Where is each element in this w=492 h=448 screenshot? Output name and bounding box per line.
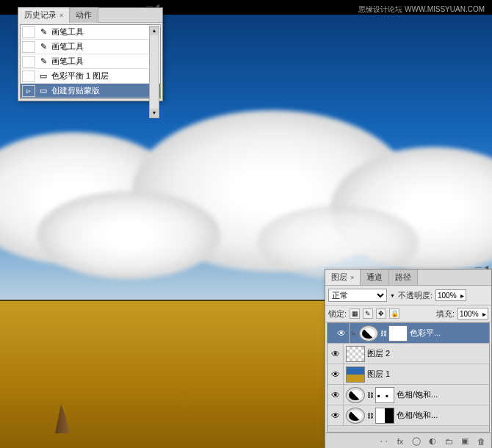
- layer-mask-thumb[interactable]: [388, 325, 408, 342]
- clip-indicator-icon: ↳: [350, 329, 357, 337]
- layer-item[interactable]: 👁 ↳ ⛓ 色彩平...: [328, 323, 489, 344]
- tab-channels-label: 通道: [366, 272, 383, 283]
- fill-value[interactable]: 100%▸: [457, 308, 488, 319]
- visibility-toggle[interactable]: 👁: [328, 344, 344, 364]
- layers-panel-header: 图层 × 通道 路径: [325, 270, 491, 286]
- layer-item[interactable]: 👁 图层 2: [328, 344, 489, 364]
- layer-name[interactable]: 色相/饱和...: [397, 410, 489, 421]
- brush-icon: ✎: [38, 57, 48, 67]
- watermark-text: 思缘设计论坛 WWW.MISSYUAN.COM: [358, 4, 485, 15]
- tab-history-label: 历史记录: [24, 10, 57, 21]
- link-icon[interactable]: ⛓: [367, 391, 374, 399]
- adjustment-layer-icon[interactable]: ◐: [427, 436, 438, 447]
- history-scrollbar[interactable]: ▴ ▾: [149, 26, 159, 118]
- lock-all-icon[interactable]: 🔒: [389, 308, 399, 319]
- history-item-label: 画笔工具: [51, 26, 84, 37]
- lock-label: 锁定:: [328, 308, 347, 319]
- new-layer-icon[interactable]: ▣: [459, 436, 471, 447]
- layer-blend-row: 正常 ▼ 不透明度: 100%▸: [325, 286, 491, 306]
- layer-name[interactable]: 图层 1: [367, 369, 489, 380]
- history-item[interactable]: ✎ 画笔工具: [21, 25, 160, 40]
- tab-paths[interactable]: 路径: [389, 270, 418, 285]
- layer-mask-thumb[interactable]: [375, 387, 394, 403]
- history-item[interactable]: ✎ 画笔工具: [21, 54, 160, 69]
- tab-layers-label: 图层: [331, 272, 347, 283]
- layers-list: 👁 ↳ ⛓ 色彩平... 👁 图层 2 👁 图层 1 👁 ⛓ 色相/饱和... …: [327, 322, 490, 433]
- chevron-right-icon[interactable]: ▸: [482, 310, 486, 318]
- link-icon[interactable]: ⛓: [380, 330, 387, 337]
- history-list: ✎ 画笔工具 ✎ 画笔工具 ✎ 画笔工具 ▭ 色彩平衡 1 图层 ▹ ▭ 创建剪…: [20, 24, 161, 99]
- tab-channels[interactable]: 通道: [361, 270, 389, 285]
- chevron-right-icon[interactable]: ▸: [460, 292, 464, 300]
- add-mask-icon[interactable]: ◯: [410, 436, 422, 447]
- link-layers-icon[interactable]: ⬝⬝: [378, 436, 390, 447]
- tab-layers[interactable]: 图层 ×: [325, 270, 361, 285]
- layer-thumb[interactable]: [346, 346, 365, 362]
- blend-mode-select[interactable]: 正常: [328, 289, 387, 302]
- chevron-down-icon: ▼: [390, 293, 395, 298]
- visibility-toggle[interactable]: 👁: [333, 323, 350, 343]
- visibility-toggle[interactable]: 👁: [328, 385, 344, 405]
- new-group-icon[interactable]: 🗀: [443, 436, 455, 447]
- history-item[interactable]: ▭ 色彩平衡 1 图层: [21, 69, 160, 84]
- opacity-value[interactable]: 100%▸: [435, 289, 466, 301]
- layer-item[interactable]: 👁 图层 1: [328, 364, 489, 385]
- brush-icon: ✎: [38, 27, 48, 37]
- layer-lock-row: 锁定: ▦ ✎ ✥ 🔒 填充: 100%▸: [325, 306, 491, 322]
- history-snapshot-cell[interactable]: [22, 26, 35, 38]
- scroll-up-icon[interactable]: ▴: [150, 26, 159, 35]
- history-snapshot-cell[interactable]: [22, 41, 35, 53]
- scroll-down-icon[interactable]: ▾: [150, 109, 159, 118]
- adjustment-thumb[interactable]: [346, 408, 365, 424]
- history-item[interactable]: ▹ ▭ 创建剪贴蒙版: [21, 84, 160, 98]
- layer-item[interactable]: 👁 ⛓ 色相/饱和...: [328, 385, 489, 405]
- layer-item[interactable]: 👁 ⛓ 色相/饱和...: [328, 405, 489, 426]
- history-snapshot-cell[interactable]: [22, 71, 35, 82]
- history-item-label: 画笔工具: [51, 56, 84, 67]
- adjustment-thumb[interactable]: [359, 325, 378, 342]
- link-icon[interactable]: ⛓: [367, 412, 374, 419]
- layer-name[interactable]: 图层 2: [367, 348, 489, 359]
- visibility-toggle[interactable]: 👁: [328, 405, 344, 425]
- history-panel: — ◄ 历史记录 × 动作 ✎ 画笔工具 ✎ 画笔工具 ✎ 画笔工具 ▭: [18, 7, 163, 101]
- tab-paths-label: 路径: [395, 272, 411, 283]
- history-item-label: 画笔工具: [51, 41, 84, 52]
- history-item-label: 色彩平衡 1 图层: [51, 71, 109, 82]
- lock-position-icon[interactable]: ✥: [376, 308, 386, 319]
- layer-icon: ▭: [38, 71, 48, 82]
- tab-actions-label: 动作: [76, 10, 92, 21]
- opacity-label: 不透明度:: [398, 290, 433, 301]
- fx-icon[interactable]: fx: [394, 436, 406, 447]
- tab-actions[interactable]: 动作: [70, 7, 98, 23]
- layer-name[interactable]: 色相/饱和...: [397, 389, 489, 400]
- adjustment-thumb[interactable]: [346, 387, 365, 403]
- layer-icon: ▭: [38, 86, 48, 96]
- delete-layer-icon[interactable]: 🗑: [475, 436, 487, 447]
- fill-label: 填充:: [436, 308, 455, 319]
- tab-close-icon[interactable]: ×: [350, 274, 354, 281]
- lock-transparency-icon[interactable]: ▦: [350, 308, 360, 319]
- lock-pixels-icon[interactable]: ✎: [363, 308, 373, 319]
- tab-close-icon[interactable]: ×: [59, 12, 63, 19]
- layer-thumb[interactable]: [346, 366, 365, 383]
- brush-icon: ✎: [38, 42, 48, 52]
- layers-footer: ⬝⬝ fx ◯ ◐ 🗀 ▣ 🗑: [325, 433, 491, 448]
- layers-panel: — ◄ 图层 × 通道 路径 正常 ▼ 不透明度: 100%▸ 锁定: ▦ ✎ …: [325, 269, 492, 448]
- history-item[interactable]: ✎ 画笔工具: [21, 40, 160, 54]
- tab-history[interactable]: 历史记录 ×: [18, 7, 70, 23]
- layer-name[interactable]: 色彩平...: [410, 328, 489, 339]
- layer-mask-thumb[interactable]: [375, 408, 394, 424]
- history-snapshot-cell[interactable]: [22, 56, 35, 68]
- history-panel-header: 历史记录 × 动作: [18, 8, 162, 23]
- history-snapshot-cell[interactable]: ▹: [22, 85, 35, 97]
- history-item-label: 创建剪贴蒙版: [51, 85, 100, 96]
- visibility-toggle[interactable]: 👁: [328, 364, 344, 384]
